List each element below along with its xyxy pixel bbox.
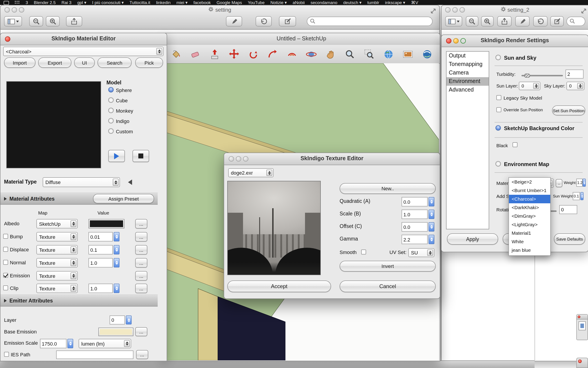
albedo-map-dropdown[interactable]: SketchUp <box>36 219 78 229</box>
nav-item-advanced[interactable]: Advanced <box>446 86 489 94</box>
sun-layer-dropdown[interactable]: 0 <box>519 82 541 90</box>
emission-scale-stepper[interactable] <box>67 339 73 348</box>
emission-map-dropdown[interactable]: Texture <box>36 271 78 280</box>
displace-value-field[interactable]: 0.1 <box>88 245 113 254</box>
bump-value-field[interactable]: 0.01 <box>88 232 113 241</box>
menu-item-burnt-umber1[interactable]: <Burnt Umber>1 <box>509 186 550 195</box>
share-button[interactable] <box>497 16 512 27</box>
menubar-item[interactable]: facebook <box>193 0 211 5</box>
search-field[interactable] <box>307 17 433 26</box>
normal-value-field[interactable]: 1.0 <box>88 258 113 267</box>
radio-custom[interactable] <box>108 128 114 134</box>
menu-item-lightgray[interactable]: <LightGray> <box>509 220 550 229</box>
ies-path-input[interactable] <box>56 350 133 359</box>
displace-stepper[interactable] <box>114 245 120 254</box>
cancel-button[interactable]: Cancel <box>340 280 436 292</box>
zoom-out-button[interactable] <box>29 16 43 27</box>
bump-stepper[interactable] <box>114 232 120 241</box>
sidebar-view-button[interactable] <box>445 16 462 27</box>
photo-textures-icon[interactable] <box>402 48 414 60</box>
menubar-item[interactable]: tumblr <box>368 0 379 5</box>
markup-pen-button[interactable] <box>515 16 530 27</box>
displace-checkbox[interactable] <box>3 247 8 252</box>
menu-item-white[interactable]: White <box>509 237 550 246</box>
radio-monkey[interactable] <box>108 108 114 113</box>
menu-item-dimgray[interactable]: <DimGray> <box>509 212 550 220</box>
eraser-icon[interactable] <box>190 48 201 60</box>
normal-stepper[interactable] <box>114 258 120 267</box>
sidebar-view-button[interactable] <box>4 16 22 27</box>
quadratic-stepper[interactable] <box>428 197 434 206</box>
close-button[interactable] <box>578 315 580 318</box>
menubar-item[interactable]: deutsch ▾ <box>343 0 361 5</box>
turbidity-field[interactable]: 2 <box>566 70 584 79</box>
weight-stepper[interactable] <box>583 179 586 187</box>
sun-sky-radio[interactable] <box>495 55 501 60</box>
clip-stepper[interactable] <box>114 284 120 293</box>
sun-weight-stepper[interactable] <box>580 192 584 200</box>
ies-path-checkbox[interactable] <box>4 352 9 357</box>
nav-item-tonemapping[interactable]: Tonemapping <box>446 60 489 69</box>
paint-bucket-icon[interactable] <box>170 48 182 60</box>
zoom-window-icon[interactable] <box>363 48 375 60</box>
markup-pen-button[interactable] <box>226 16 242 27</box>
displace-more-button[interactable]: ... <box>135 245 147 254</box>
menu-item-charcoal[interactable]: <Charcoal> <box>509 195 550 203</box>
nav-item-camera[interactable]: Camera <box>446 69 489 77</box>
gamma-field[interactable]: 2.2 <box>402 235 428 244</box>
clip-checkbox[interactable] <box>3 285 8 290</box>
search-button[interactable]: Search <box>97 57 132 68</box>
sketchup-background-radio[interactable] <box>495 125 501 131</box>
radio-indigo[interactable] <box>108 118 114 123</box>
rotation-field[interactable]: 0 <box>559 205 577 214</box>
menubar-item[interactable]: linkedin <box>156 0 171 5</box>
zoom-out-button[interactable] <box>466 16 478 27</box>
base-emission-more-button[interactable]: ... <box>135 327 147 336</box>
offset-field[interactable]: 0.0 <box>402 222 428 231</box>
normal-more-button[interactable]: ... <box>135 258 147 267</box>
apps-grid-icon[interactable] <box>15 0 20 5</box>
menubar-item[interactable]: Notizie ▾ <box>270 0 287 5</box>
pan-icon[interactable] <box>325 48 336 60</box>
mini-palette-titlebar[interactable] <box>577 315 588 320</box>
push-pull-icon[interactable] <box>209 48 220 60</box>
override-sun-checkbox[interactable] <box>496 107 501 112</box>
albedo-color-well[interactable] <box>88 219 124 229</box>
search-field[interactable] <box>566 17 585 26</box>
menubar-item[interactable]: aNobii <box>293 0 305 5</box>
weight-field[interactable]: 1.2 <box>576 179 583 187</box>
menubar-item[interactable]: inkscape ▾ <box>385 0 405 5</box>
menubar-item[interactable]: gpl ▾ <box>77 0 86 5</box>
google-earth-icon[interactable] <box>421 48 433 60</box>
import-button[interactable]: Import <box>4 57 36 68</box>
menubar-item[interactable]: Blender 2.5 <box>34 0 56 5</box>
menubar-item[interactable]: YouTube <box>248 0 265 5</box>
clip-value-field[interactable]: 1.0 <box>88 284 113 293</box>
collapse-panel-arrow-icon[interactable] <box>128 180 132 185</box>
menubar-item[interactable]: 3 <box>26 0 28 5</box>
clip-map-dropdown[interactable]: Texture <box>36 284 78 293</box>
accept-button[interactable]: Accept <box>227 280 331 292</box>
emission-checkbox[interactable] <box>3 273 8 278</box>
compose-button[interactable] <box>550 16 564 27</box>
base-emission-color-well[interactable] <box>98 328 133 336</box>
move-icon[interactable] <box>228 48 240 60</box>
bump-more-button[interactable]: ... <box>135 232 147 241</box>
black-checkbox[interactable] <box>512 142 517 147</box>
material-select-dropdown[interactable]: <Charcoal> <box>3 47 163 56</box>
menubar-item[interactable]: Rai 3 <box>62 0 71 5</box>
radio-cube[interactable] <box>108 97 114 103</box>
ies-path-more-button[interactable]: ... <box>136 350 148 359</box>
menubar-item[interactable]: Google Maps <box>217 0 242 5</box>
scale-stepper[interactable] <box>428 210 434 219</box>
menu-item-beige2[interactable]: <Beige>2 <box>509 178 550 186</box>
offset-icon[interactable] <box>286 48 298 60</box>
render-preview-button[interactable] <box>108 150 125 162</box>
fullscreen-icon[interactable] <box>581 7 586 15</box>
environment-map-radio[interactable] <box>495 161 501 166</box>
undo-button[interactable] <box>256 16 272 27</box>
uv-set-dropdown[interactable]: SU <box>408 248 434 257</box>
zoom-in-button[interactable] <box>481 16 494 27</box>
menu-item-jean-blue[interactable]: jean blue <box>509 246 550 254</box>
menubar-item[interactable]: miei ▾ <box>177 0 188 5</box>
